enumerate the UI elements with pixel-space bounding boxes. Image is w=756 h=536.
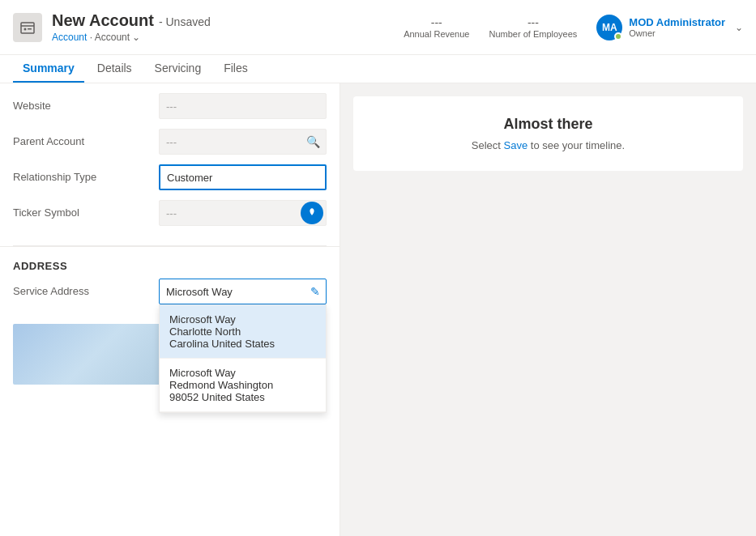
relationship-type-label: Relationship Type — [13, 164, 159, 183]
online-status — [614, 32, 622, 40]
timeline-hint: Select Save to see your timeline. — [373, 139, 724, 151]
user-section[interactable]: MA MOD Administrator Owner ⌄ — [596, 15, 743, 40]
website-label: Website — [13, 93, 159, 112]
page-header: New Account - Unsaved Account · Account … — [0, 0, 756, 55]
tab-bar: Summary Details Servicing Files — [0, 55, 756, 83]
user-role: Owner — [629, 28, 725, 38]
avatar-initials: MA — [602, 22, 617, 33]
address-section-header: ADDRESS — [0, 246, 340, 279]
tab-details[interactable]: Details — [88, 55, 142, 83]
user-name: MOD Administrator — [629, 16, 725, 28]
parent-account-row: Parent Account --- 🔍 — [13, 129, 327, 158]
form-section: Website --- Parent Account --- 🔍 — [0, 83, 340, 245]
annual-revenue-label: Annual Revenue — [404, 29, 469, 39]
user-chevron-icon[interactable]: ⌄ — [735, 22, 743, 33]
suggestion-line3-0: Carolina United States — [169, 338, 316, 350]
right-panel: Almost there Select Save to see your tim… — [340, 83, 756, 536]
breadcrumb-account[interactable]: Account — [52, 32, 87, 43]
suggestion-line1-1: Microsoft Way — [169, 367, 316, 379]
ticker-symbol-row: Ticker Symbol --- — [13, 200, 327, 229]
website-input[interactable]: --- — [159, 93, 327, 119]
header-meta: --- Annual Revenue --- Number of Employe… — [404, 15, 743, 40]
left-panel: Website --- Parent Account --- 🔍 — [0, 83, 340, 536]
ticker-symbol-field: --- — [159, 200, 327, 226]
annual-revenue-value: --- — [404, 16, 469, 29]
unsaved-label: - Unsaved — [159, 15, 211, 28]
edit-icon[interactable]: ✎ — [310, 285, 320, 298]
title-block: New Account - Unsaved Account · Account … — [52, 11, 404, 43]
tab-files[interactable]: Files — [214, 55, 258, 83]
annual-revenue-stat: --- Annual Revenue — [404, 16, 469, 39]
breadcrumb: Account · Account ⌄ — [52, 32, 404, 43]
website-row: Website --- — [13, 93, 327, 122]
service-address-row: Service Address Microsoft Way ✎ Microsof… — [13, 279, 327, 304]
num-employees-stat: --- Number of Employees — [489, 16, 577, 39]
suggestion-line1-0: Microsoft Way — [169, 313, 316, 325]
relationship-type-input[interactable]: Customer — [159, 164, 327, 190]
main-content: Website --- Parent Account --- 🔍 — [0, 83, 756, 536]
service-address-label: Service Address — [13, 279, 159, 297]
account-icon — [13, 13, 42, 42]
suggestion-item-1[interactable]: Microsoft Way Redmond Washington 98052 U… — [160, 359, 326, 412]
parent-account-input[interactable]: --- — [159, 129, 327, 155]
address-suggestions: Microsoft Way Charlotte North Carolina U… — [159, 304, 327, 413]
suggestion-line2-0: Charlotte North — [169, 325, 316, 338]
service-address-input[interactable]: Microsoft Way — [159, 279, 327, 304]
search-icon[interactable]: 🔍 — [306, 135, 320, 148]
num-employees-value: --- — [489, 16, 577, 29]
service-address-field: Microsoft Way ✎ Microsoft Way Charlotte … — [159, 279, 327, 304]
svg-point-1 — [24, 28, 27, 30]
suggestion-line3-1: 98052 United States — [169, 391, 316, 403]
avatar: MA — [596, 15, 622, 40]
address-section: Service Address Microsoft Way ✎ Microsof… — [0, 279, 340, 321]
breadcrumb-chevron[interactable]: ⌄ — [132, 32, 140, 43]
relationship-type-field: Customer — [159, 164, 327, 190]
parent-account-label: Parent Account — [13, 129, 159, 147]
page-title: New Account — [52, 11, 154, 30]
parent-account-field: --- 🔍 — [159, 129, 327, 155]
timeline-save-link[interactable]: Save — [504, 139, 528, 151]
tab-summary[interactable]: Summary — [13, 55, 84, 83]
user-info: MOD Administrator Owner — [629, 16, 725, 38]
breadcrumb-account-dropdown[interactable]: Account — [95, 32, 130, 43]
ticker-symbol-label: Ticker Symbol — [13, 200, 159, 219]
drop-indicator — [301, 202, 323, 224]
timeline-card: Almost there Select Save to see your tim… — [353, 96, 743, 171]
timeline-title: Almost there — [373, 116, 724, 133]
svg-rect-0 — [21, 23, 34, 33]
tab-servicing[interactable]: Servicing — [145, 55, 211, 83]
suggestion-item-0[interactable]: Microsoft Way Charlotte North Carolina U… — [160, 305, 326, 359]
suggestion-line2-1: Redmond Washington — [169, 379, 316, 391]
num-employees-label: Number of Employees — [489, 29, 577, 39]
relationship-type-row: Relationship Type Customer — [13, 164, 327, 194]
svg-rect-2 — [28, 28, 32, 30]
website-field: --- — [159, 93, 327, 119]
